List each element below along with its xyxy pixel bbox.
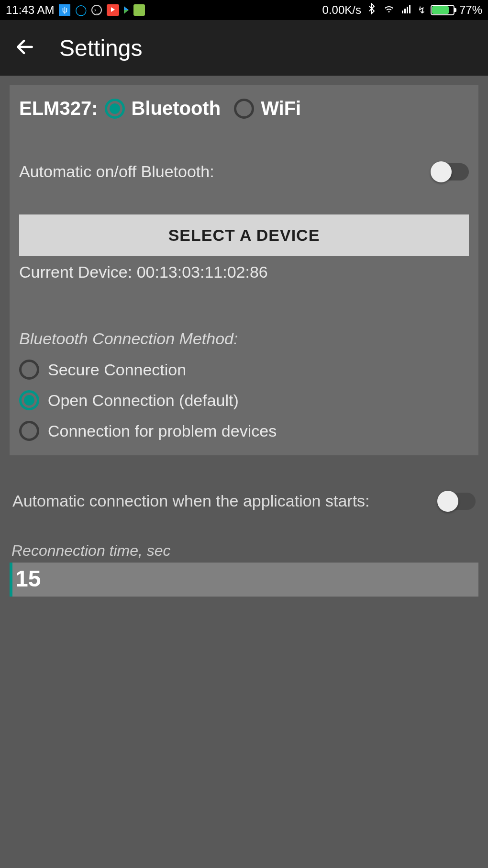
radio-problem-devices[interactable]	[19, 421, 39, 441]
svg-rect-3	[409, 5, 410, 13]
youtube-icon	[107, 4, 119, 16]
radio-bluetooth-label: Bluetooth	[132, 98, 221, 119]
current-device-value: 00:13:03:11:02:86	[137, 263, 268, 281]
elm-card: ELM327: Bluetooth WiFi Automatic on/off …	[10, 85, 478, 455]
radio-problem-devices-row[interactable]: Connection for problem devices	[19, 421, 469, 441]
page-title: Settings	[59, 35, 142, 61]
connection-method-title: Bluetooth Connection Method:	[19, 329, 469, 348]
terminal-icon: ›_	[91, 5, 102, 15]
status-bar-left: 11:43 AM ψ ◯ ›_	[6, 3, 145, 17]
reconnection-time-title: Reconnection time, sec	[10, 542, 478, 560]
auto-bluetooth-row: Automatic on/off Bluetooth:	[19, 162, 469, 181]
radio-secure-connection-label: Secure Connection	[48, 361, 186, 379]
radio-wifi[interactable]	[234, 99, 254, 119]
reconnection-time-field[interactable]	[10, 563, 478, 597]
radio-open-connection-row[interactable]: Open Connection (default)	[19, 390, 469, 410]
battery-pct: 77%	[459, 3, 482, 17]
settings-body: ELM327: Bluetooth WiFi Automatic on/off …	[0, 76, 488, 606]
screen: 11:43 AM ψ ◯ ›_ 0.00K/s ↯ 77%	[0, 0, 488, 868]
play-store-icon	[124, 6, 129, 14]
svg-rect-1	[404, 9, 406, 13]
auto-connection-row: Automatic connection when the applicatio…	[10, 489, 478, 513]
current-device-prefix: Current Device:	[19, 263, 137, 281]
elm-label: ELM327:	[19, 98, 98, 119]
status-bar: 11:43 AM ψ ◯ ›_ 0.00K/s ↯ 77%	[0, 0, 488, 20]
radio-bluetooth[interactable]	[105, 99, 125, 119]
auto-connection-label: Automatic connection when the applicatio…	[12, 492, 370, 510]
radio-secure-connection[interactable]	[19, 360, 39, 380]
auto-bluetooth-switch[interactable]	[432, 163, 469, 180]
status-bar-right: 0.00K/s ↯ 77%	[322, 3, 482, 17]
svg-rect-0	[402, 11, 403, 13]
charging-icon: ↯	[418, 4, 426, 16]
net-speed: 0.00K/s	[322, 3, 361, 17]
reconnection-time-input[interactable]	[15, 565, 474, 592]
current-device-label: Current Device: 00:13:03:11:02:86	[19, 263, 469, 282]
wifi-icon	[382, 3, 396, 17]
radio-secure-connection-row[interactable]: Secure Connection	[19, 360, 469, 380]
auto-bluetooth-label: Automatic on/off Bluetooth:	[19, 162, 214, 181]
bluetooth-icon	[366, 3, 377, 17]
elm-connection-type-row: ELM327: Bluetooth WiFi	[19, 98, 469, 119]
svg-rect-2	[407, 7, 408, 13]
usb-icon: ψ	[59, 4, 70, 16]
back-arrow-icon[interactable]	[14, 36, 35, 59]
radio-problem-devices-label: Connection for problem devices	[48, 422, 277, 440]
signal-icon	[400, 3, 413, 17]
radio-open-connection[interactable]	[19, 390, 39, 410]
app-bar: Settings	[0, 20, 488, 76]
select-device-button[interactable]: SELECT A DEVICE	[19, 214, 469, 256]
battery-icon	[431, 5, 455, 15]
android-icon	[133, 4, 145, 16]
radio-wifi-label: WiFi	[261, 98, 301, 119]
auto-connection-switch[interactable]	[438, 493, 476, 510]
status-time: 11:43 AM	[6, 3, 54, 17]
app-circle-icon: ◯	[75, 4, 87, 16]
radio-open-connection-label: Open Connection (default)	[48, 391, 239, 410]
